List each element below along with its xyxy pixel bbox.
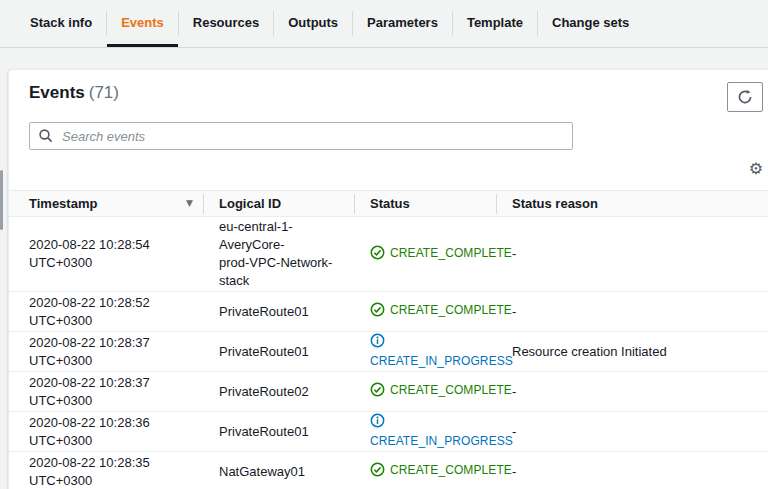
status-label: CREATE_COMPLETE [390, 383, 512, 397]
column-label: Status reason [512, 196, 598, 211]
timestamp-cell: 2020-08-22 10:28:54 UTC+0300 [9, 217, 203, 292]
refresh-button[interactable] [727, 82, 763, 112]
sort-desc-icon[interactable]: ▼ [186, 199, 193, 208]
event-row: 2020-08-22 10:28:37 UTC+0300PrivateRoute… [9, 332, 768, 372]
event-row: 2020-08-22 10:28:35 UTC+0300NatGateway01… [9, 452, 768, 489]
status-reason-cell: Resource creation Initiated [496, 332, 768, 372]
column-label: Logical ID [219, 196, 281, 211]
timestamp-cell: 2020-08-22 10:28:36 UTC+0300 [9, 412, 203, 452]
event-row: 2020-08-22 10:28:52 UTC+0300PrivateRoute… [9, 292, 768, 332]
logical-id-cell: PrivateRoute01 [203, 292, 354, 332]
preferences-row: ⚙ [9, 150, 768, 180]
status-reason-cell: - [496, 292, 768, 332]
search-row [9, 112, 768, 150]
timestamp-cell: 2020-08-22 10:28:35 UTC+0300 [9, 452, 203, 489]
status-cell: CREATE_COMPLETE [354, 292, 496, 332]
tab-label: Outputs [288, 15, 338, 30]
tab-change-sets[interactable]: Change sets [538, 0, 643, 47]
timestamp-cell: 2020-08-22 10:28:52 UTC+0300 [9, 292, 203, 332]
search-input[interactable] [29, 122, 573, 150]
status-cell: CREATE_COMPLETE [354, 372, 496, 412]
logical-id-cell: PrivateRoute01 [203, 412, 354, 452]
tab-label: Change sets [552, 15, 629, 30]
column-header-logical-id: Logical ID [203, 191, 354, 217]
tab-label: Resources [193, 15, 259, 30]
tab-label: Stack info [30, 15, 92, 30]
status-cell: CREATE_COMPLETE [354, 217, 496, 292]
status-reason-cell: - [496, 412, 768, 452]
event-row: 2020-08-22 10:28:54 UTC+0300eu-central-1… [9, 217, 768, 292]
tab-label: Events [121, 15, 164, 30]
event-row: 2020-08-22 10:28:36 UTC+0300PrivateRoute… [9, 412, 768, 452]
events-title-text: Events [29, 83, 85, 102]
status-complete-icon [370, 462, 385, 482]
gear-icon[interactable]: ⚙ [749, 161, 763, 177]
tab-resources[interactable]: Resources [179, 0, 273, 47]
tab-events[interactable]: Events [107, 0, 178, 47]
status-label: CREATE_COMPLETE [390, 463, 512, 477]
column-label: Timestamp [29, 196, 97, 211]
table-header-row: Timestamp ▼ Logical ID Status Status rea… [9, 191, 768, 217]
tab-label: Parameters [367, 15, 438, 30]
status-label: CREATE_IN_PROGRESS [370, 434, 513, 448]
timestamp-cell: 2020-08-22 10:28:37 UTC+0300 [9, 332, 203, 372]
tab-stack-info[interactable]: Stack info [16, 0, 106, 47]
status-cell: CREATE_IN_PROGRESS [354, 412, 496, 452]
status-in-progress-icon [370, 413, 488, 430]
column-label: Status [370, 196, 410, 211]
column-header-timestamp[interactable]: Timestamp ▼ [9, 191, 203, 217]
events-panel-header: Events(71) [9, 70, 768, 112]
timestamp-cell: 2020-08-22 10:28:37 UTC+0300 [9, 372, 203, 412]
logical-id-cell: PrivateRoute02 [203, 372, 354, 412]
event-row: 2020-08-22 10:28:37 UTC+0300PrivateRoute… [9, 372, 768, 412]
stack-detail-tab-bar: Stack info Events Resources Outputs Para… [0, 0, 768, 48]
status-complete-icon [370, 302, 385, 322]
tab-label: Template [467, 15, 523, 30]
status-reason-cell: - [496, 372, 768, 412]
events-panel: Events(71) ⚙ [8, 69, 768, 489]
events-table: Timestamp ▼ Logical ID Status Status rea… [9, 190, 768, 489]
status-label: CREATE_COMPLETE [390, 303, 512, 317]
column-header-status-reason: Status reason [496, 191, 768, 217]
events-count-badge: (71) [89, 83, 119, 102]
page-title: Events(71) [29, 82, 119, 104]
status-cell: CREATE_IN_PROGRESS [354, 332, 496, 372]
column-header-status: Status [354, 191, 496, 217]
status-reason-cell: - [496, 452, 768, 489]
tab-template[interactable]: Template [453, 0, 537, 47]
events-table-body: 2020-08-22 10:28:54 UTC+0300eu-central-1… [9, 217, 768, 489]
logical-id-cell: eu-central-1-AveryCore- prod-VPC-Network… [203, 217, 354, 292]
tab-parameters[interactable]: Parameters [353, 0, 452, 47]
status-label: CREATE_COMPLETE [390, 246, 512, 260]
logical-id-cell: PrivateRoute01 [203, 332, 354, 372]
status-complete-icon [370, 245, 385, 265]
status-label: CREATE_IN_PROGRESS [370, 354, 513, 368]
refresh-icon [737, 89, 753, 105]
tab-outputs[interactable]: Outputs [274, 0, 352, 47]
search-box [29, 122, 573, 150]
status-cell: CREATE_COMPLETE [354, 452, 496, 489]
status-in-progress-icon [370, 333, 488, 350]
status-complete-icon [370, 382, 385, 402]
scrollbar-thumb[interactable] [0, 170, 3, 230]
logical-id-cell: NatGateway01 [203, 452, 354, 489]
status-reason-cell: - [496, 217, 768, 292]
